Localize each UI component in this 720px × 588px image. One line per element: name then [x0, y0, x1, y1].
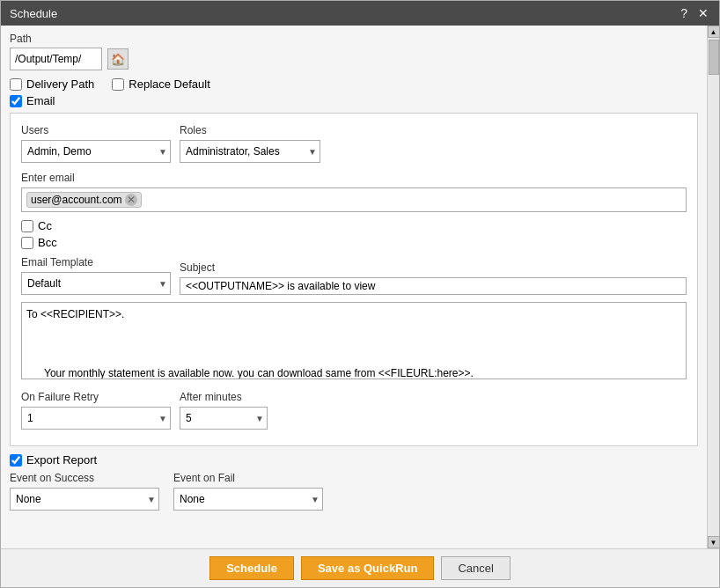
path-input[interactable] — [10, 48, 102, 70]
roles-field: Roles Administrator, Sales Administrator… — [180, 124, 320, 163]
export-report-label: Export Report — [26, 453, 97, 467]
export-report-checkbox[interactable] — [10, 454, 22, 467]
users-select[interactable]: Admin, Demo Admin Demo — [21, 140, 171, 163]
email-text-input[interactable] — [146, 194, 681, 206]
template-field: Email Template Default ▼ — [21, 256, 171, 295]
after-minutes-field: After minutes 5 10 15 30 ▼ — [180, 391, 268, 430]
users-field: Users Admin, Demo Admin Demo ▼ — [21, 124, 171, 163]
scrollbar: ▲ ▼ — [707, 26, 719, 548]
subject-label: Subject — [180, 261, 687, 274]
failure-retry-label: On Failure Retry — [21, 391, 171, 403]
footer: Schedule Save as QuickRun Cancel — [1, 548, 719, 587]
window-title: Schedule — [10, 7, 57, 20]
users-select-wrapper: Admin, Demo Admin Demo ▼ — [21, 140, 171, 163]
email-input-area[interactable]: user@account.com ✕ — [21, 187, 687, 212]
event-fail-label: Event on Fail — [173, 472, 323, 484]
export-report-checkbox-item[interactable]: Export Report — [10, 453, 698, 467]
email-tag: user@account.com ✕ — [26, 192, 142, 208]
roles-select-wrapper: Administrator, Sales Administrator Sales… — [180, 140, 320, 163]
event-success-select-wrapper: None ▼ — [10, 488, 159, 511]
scroll-container: Path 🏠 Delivery Path Replace Default — [1, 26, 719, 548]
bcc-checkbox[interactable] — [21, 237, 33, 249]
path-section: 🏠 — [10, 48, 698, 70]
email-tag-text: user@account.com — [31, 194, 122, 206]
failure-retry-select[interactable]: 1 2 3 4 5 — [21, 407, 171, 430]
replace-default-label: Replace Default — [129, 77, 210, 91]
enter-email-label: Enter email — [21, 172, 687, 184]
path-label: Path — [10, 33, 698, 45]
email-checkbox-item[interactable]: Email — [10, 94, 55, 107]
event-fail-field: Event on Fail None ▼ — [173, 472, 323, 511]
close-button[interactable]: ✕ — [696, 6, 710, 20]
users-label: Users — [21, 124, 171, 136]
email-body[interactable]: To <<RECIPIENT>>. Your monthly statement… — [21, 302, 687, 379]
scrollbar-down-button[interactable]: ▼ — [708, 536, 720, 548]
failure-row: On Failure Retry 1 2 3 4 5 ▼ — [21, 391, 687, 430]
after-minutes-select[interactable]: 5 10 15 30 — [180, 407, 268, 430]
cc-label: Cc — [38, 219, 52, 232]
scrollbar-thumb-area — [708, 38, 719, 536]
event-row: Event on Success None ▼ Event on Fail No… — [10, 472, 698, 511]
template-subject-row: Email Template Default ▼ Subject — [21, 256, 687, 295]
event-success-label: Event on Success — [10, 472, 159, 484]
main-content: Path 🏠 Delivery Path Replace Default — [1, 26, 707, 548]
email-label: Email — [26, 94, 55, 107]
title-bar: Schedule ? ✕ — [1, 1, 719, 26]
help-button[interactable]: ? — [679, 6, 689, 20]
bcc-label: Bcc — [38, 236, 57, 249]
home-button[interactable]: 🏠 — [107, 48, 129, 70]
scrollbar-thumb[interactable] — [709, 40, 719, 75]
schedule-button[interactable]: Schedule — [209, 556, 294, 580]
event-fail-select[interactable]: None — [173, 488, 323, 511]
users-roles-row: Users Admin, Demo Admin Demo ▼ Roles — [21, 124, 687, 163]
checkboxes-row-2: Email — [10, 94, 698, 107]
replace-default-checkbox-item[interactable]: Replace Default — [112, 77, 210, 91]
delivery-path-label: Delivery Path — [26, 77, 94, 91]
cc-checkbox[interactable] — [21, 220, 33, 232]
subject-input[interactable] — [180, 277, 687, 295]
roles-select[interactable]: Administrator, Sales Administrator Sales — [180, 140, 320, 163]
email-box: Users Admin, Demo Admin Demo ▼ Roles — [10, 113, 698, 446]
schedule-window: Schedule ? ✕ Path 🏠 Delivery Path — [0, 0, 720, 588]
export-report-row: Export Report — [10, 453, 698, 467]
replace-default-checkbox[interactable] — [112, 78, 124, 91]
failure-retry-select-wrapper: 1 2 3 4 5 ▼ — [21, 407, 171, 430]
cc-checkbox-item[interactable]: Cc — [21, 219, 687, 232]
cc-bcc-row: Cc Bcc — [21, 219, 687, 249]
subject-field: Subject — [180, 261, 687, 295]
template-select[interactable]: Default — [21, 272, 171, 295]
delivery-path-checkbox[interactable] — [10, 78, 22, 91]
template-label: Email Template — [21, 256, 171, 268]
bcc-checkbox-item[interactable]: Bcc — [21, 236, 687, 249]
roles-label: Roles — [180, 124, 320, 136]
title-bar-actions: ? ✕ — [679, 6, 710, 20]
event-success-field: Event on Success None ▼ — [10, 472, 159, 511]
email-tag-close[interactable]: ✕ — [125, 194, 137, 206]
event-success-select[interactable]: None — [10, 488, 159, 511]
template-select-wrapper: Default ▼ — [21, 272, 171, 295]
delivery-path-checkbox-item[interactable]: Delivery Path — [10, 77, 94, 91]
email-checkbox[interactable] — [10, 95, 22, 107]
checkboxes-row-1: Delivery Path Replace Default — [10, 77, 698, 91]
after-minutes-label: After minutes — [180, 391, 268, 403]
failure-retry-field: On Failure Retry 1 2 3 4 5 ▼ — [21, 391, 171, 430]
scrollbar-up-button[interactable]: ▲ — [708, 26, 720, 38]
event-fail-select-wrapper: None ▼ — [173, 488, 323, 511]
quickrun-button[interactable]: Save as QuickRun — [301, 556, 434, 580]
after-minutes-select-wrapper: 5 10 15 30 ▼ — [180, 407, 268, 430]
cancel-button[interactable]: Cancel — [441, 556, 510, 580]
